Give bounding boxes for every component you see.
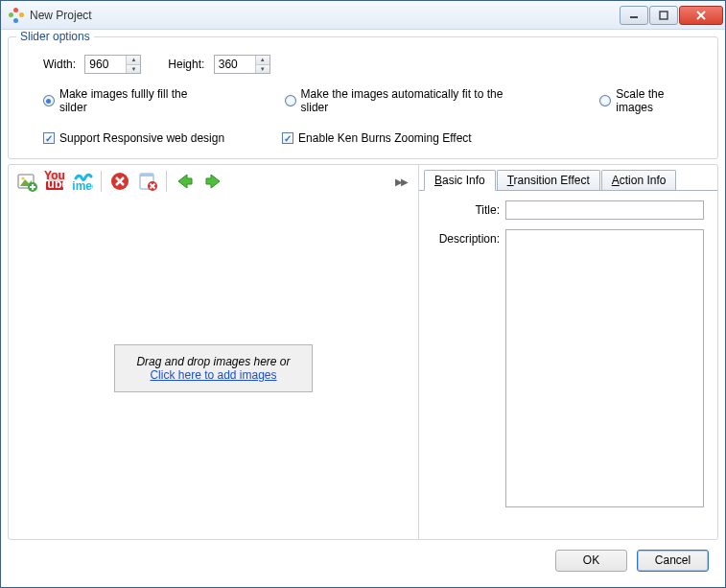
width-spinner[interactable]: ▲▼ bbox=[84, 55, 141, 74]
add-image-icon bbox=[16, 171, 37, 192]
app-icon bbox=[9, 8, 24, 23]
radio-fill[interactable]: Make images fullly fill the silder bbox=[43, 87, 218, 114]
dimension-row: Width: ▲▼ Height: ▲▼ bbox=[43, 55, 704, 74]
height-down[interactable]: ▼ bbox=[256, 65, 269, 74]
tab-basic-info[interactable]: Basic Info bbox=[424, 170, 496, 191]
separator bbox=[166, 171, 167, 192]
window: New Project Slider options Width: ▲▼ Hei… bbox=[0, 0, 726, 588]
client-area: Slider options Width: ▲▼ Height: ▲▼ bbox=[1, 30, 725, 587]
svg-text:Tube: Tube bbox=[44, 177, 65, 191]
window-controls bbox=[620, 6, 723, 25]
width-input[interactable] bbox=[85, 56, 126, 73]
title-row: Title: bbox=[433, 200, 704, 220]
width-down[interactable]: ▼ bbox=[127, 65, 140, 74]
add-image-button[interactable] bbox=[14, 169, 39, 194]
middle-panel: YouTube vimeo bbox=[8, 164, 718, 540]
delete-button[interactable] bbox=[107, 169, 132, 194]
check-kenburns[interactable]: ✓Enable Ken Burns Zooming Effect bbox=[282, 131, 472, 145]
description-row: Description: bbox=[433, 229, 704, 507]
radio-autofit[interactable]: Make the images automatically fit to the… bbox=[285, 87, 533, 114]
radio-scale[interactable]: Scale the images bbox=[599, 87, 704, 114]
width-label: Width: bbox=[43, 58, 76, 71]
svg-point-6 bbox=[21, 176, 24, 179]
clear-list-button[interactable] bbox=[135, 169, 160, 194]
slider-options-legend: Slider options bbox=[16, 30, 94, 43]
move-left-button[interactable] bbox=[173, 169, 198, 194]
image-toolbar: YouTube vimeo bbox=[9, 165, 418, 198]
check-responsive[interactable]: ✓Support Responsive web design bbox=[43, 131, 224, 145]
vimeo-icon: vimeo bbox=[72, 171, 93, 192]
window-title: New Project bbox=[30, 9, 620, 22]
checkmark-icon: ✓ bbox=[282, 132, 293, 144]
slider-options-group: Slider options Width: ▲▼ Height: ▲▼ bbox=[8, 36, 718, 159]
radio-dot-icon bbox=[43, 95, 55, 106]
close-button[interactable] bbox=[679, 6, 723, 25]
image-list-pane: YouTube vimeo bbox=[9, 165, 419, 539]
add-images-link[interactable]: Click here to add images bbox=[150, 368, 276, 382]
tab-transition-effect[interactable]: Transition Effect bbox=[497, 170, 600, 190]
tab-body: Title: Description: bbox=[419, 190, 717, 539]
delete-icon bbox=[110, 172, 129, 191]
minimize-button[interactable] bbox=[620, 6, 648, 25]
svg-marker-24 bbox=[206, 175, 220, 188]
svg-rect-19 bbox=[140, 174, 153, 176]
height-spinner[interactable]: ▲▼ bbox=[214, 55, 270, 74]
youtube-icon: YouTube bbox=[44, 171, 65, 192]
separator bbox=[101, 171, 102, 192]
overflow-chevron-icon[interactable]: ▶▶ bbox=[395, 176, 407, 187]
description-textarea[interactable] bbox=[505, 229, 704, 507]
fit-mode-row: Make images fullly fill the silder Make … bbox=[43, 87, 704, 114]
height-up[interactable]: ▲ bbox=[256, 56, 269, 65]
dropzone: Drag and drop images here or Click here … bbox=[114, 344, 312, 392]
width-up[interactable]: ▲ bbox=[127, 56, 140, 65]
title-label: Title: bbox=[433, 200, 500, 217]
dropzone-area[interactable]: Drag and drop images here or Click here … bbox=[9, 198, 418, 539]
cancel-button[interactable]: Cancel bbox=[637, 550, 709, 572]
height-label: Height: bbox=[168, 58, 204, 71]
options-row: ✓Support Responsive web design ✓Enable K… bbox=[43, 131, 704, 145]
dropzone-text: Drag and drop images here or bbox=[136, 355, 290, 368]
svg-rect-1 bbox=[660, 12, 667, 19]
move-right-button[interactable] bbox=[200, 169, 225, 194]
tab-action-info[interactable]: Action Info bbox=[601, 170, 677, 190]
bottom-bar: OK Cancel bbox=[8, 540, 718, 580]
properties-pane: Basic Info Transition Effect Action Info… bbox=[419, 165, 717, 539]
arrow-left-icon bbox=[176, 172, 195, 191]
ok-button[interactable]: OK bbox=[555, 550, 627, 572]
radio-dot-icon bbox=[285, 95, 296, 106]
description-label: Description: bbox=[433, 229, 500, 246]
radio-dot-icon bbox=[599, 95, 611, 106]
arrow-right-icon bbox=[203, 172, 222, 191]
svg-marker-23 bbox=[178, 175, 192, 188]
add-youtube-button[interactable]: YouTube bbox=[42, 169, 67, 194]
svg-text:vimeo: vimeo bbox=[72, 179, 93, 192]
clear-list-icon bbox=[137, 171, 158, 192]
add-vimeo-button[interactable]: vimeo bbox=[70, 169, 95, 194]
checkmark-icon: ✓ bbox=[43, 132, 55, 144]
height-input[interactable] bbox=[215, 56, 255, 73]
title-input[interactable] bbox=[505, 200, 704, 220]
maximize-button[interactable] bbox=[649, 6, 678, 25]
tab-strip: Basic Info Transition Effect Action Info bbox=[419, 165, 717, 190]
titlebar: New Project bbox=[1, 1, 725, 30]
